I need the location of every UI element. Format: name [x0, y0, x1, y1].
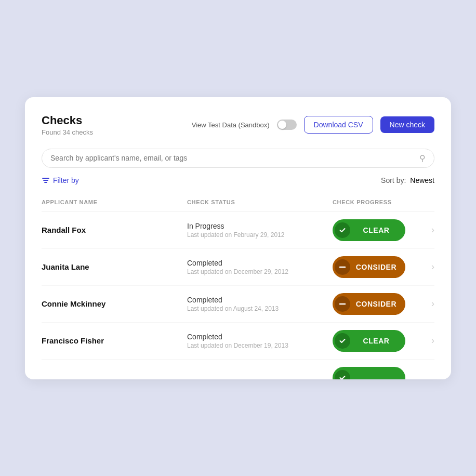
- filter-icon: [42, 176, 50, 184]
- status-text: In Progress: [187, 222, 333, 230]
- header-left: Checks Found 34 checks: [42, 114, 93, 136]
- page-title: Checks: [42, 114, 93, 127]
- table-row-partial: [42, 360, 434, 379]
- badge-label: CONSIDER: [353, 263, 403, 271]
- toolbar: Filter by Sort by: Newest: [42, 176, 434, 184]
- search-bar: ⚲: [42, 149, 434, 168]
- badge-label: CLEAR: [353, 337, 403, 345]
- applicant-name: Connie Mckinney: [42, 299, 187, 308]
- table-row[interactable]: Francisco Fisher Completed Last updated …: [42, 323, 434, 360]
- table-header: APPLICANT NAME CHECK STATUS CHECK PROGRE…: [42, 193, 434, 212]
- applicant-name: Francisco Fisher: [42, 336, 187, 345]
- search-input[interactable]: [50, 154, 415, 162]
- badge-clear: CLEAR: [333, 330, 414, 352]
- table-body: Randall Fox In Progress Last updated on …: [42, 212, 434, 379]
- status-col: In Progress Last updated on February 29,…: [187, 222, 333, 239]
- filter-button[interactable]: Filter by: [42, 176, 79, 184]
- sort-value[interactable]: Newest: [410, 176, 434, 184]
- status-date: Last updated on December 19, 2013: [187, 342, 333, 349]
- col-progress: CHECK PROGRESS: [333, 199, 434, 205]
- header-right: View Test Data (Sandbox) Download CSV Ne…: [192, 116, 434, 134]
- status-text: Completed: [187, 333, 333, 341]
- table-row[interactable]: Juanita Lane Completed Last updated on D…: [42, 249, 434, 286]
- sandbox-label: View Test Data (Sandbox): [192, 121, 270, 129]
- main-card: Checks Found 34 checks View Test Data (S…: [25, 97, 451, 379]
- page-header: Checks Found 34 checks View Test Data (S…: [42, 114, 434, 136]
- badge-consider: CONSIDER: [333, 256, 414, 278]
- applicant-name: Juanita Lane: [42, 262, 187, 271]
- table-row[interactable]: Connie Mckinney Completed Last updated o…: [42, 286, 434, 323]
- consider-icon: [335, 259, 350, 275]
- col-applicant: APPLICANT NAME: [42, 199, 187, 205]
- badge-partial: [333, 367, 414, 379]
- status-date: Last updated on February 29, 2012: [187, 231, 333, 239]
- status-col: Completed Last updated on December 29, 2…: [187, 259, 333, 275]
- row-chevron: ›: [414, 261, 434, 272]
- row-chevron: ›: [414, 298, 434, 309]
- search-icon: ⚲: [419, 153, 426, 163]
- badge-label: CONSIDER: [353, 300, 403, 308]
- status-col: Completed Last updated on December 19, 2…: [187, 333, 333, 349]
- partial-clear-icon: [335, 370, 350, 379]
- badge-clear: CLEAR: [333, 219, 414, 241]
- status-date: Last updated on August 24, 2013: [187, 305, 333, 312]
- status-text: Completed: [187, 296, 333, 304]
- table-row[interactable]: Randall Fox In Progress Last updated on …: [42, 212, 434, 249]
- col-status: CHECK STATUS: [187, 199, 333, 205]
- status-col: Completed Last updated on August 24, 201…: [187, 296, 333, 312]
- filter-label: Filter by: [53, 176, 79, 184]
- sort-label: Sort by:: [381, 176, 406, 184]
- badge-consider: CONSIDER: [333, 293, 414, 315]
- applicant-name: Randall Fox: [42, 226, 187, 234]
- row-chevron: ›: [414, 335, 434, 346]
- badge-label: CLEAR: [353, 226, 403, 234]
- download-csv-button[interactable]: Download CSV: [304, 116, 373, 134]
- row-chevron: ›: [414, 224, 434, 235]
- consider-icon: [335, 296, 350, 312]
- status-date: Last updated on December 29, 2012: [187, 268, 333, 275]
- sandbox-toggle[interactable]: [277, 120, 297, 130]
- status-text: Completed: [187, 259, 333, 267]
- new-check-button[interactable]: New check: [380, 116, 434, 133]
- clear-icon: [335, 333, 350, 349]
- clear-icon: [335, 222, 350, 238]
- checks-count: Found 34 checks: [42, 128, 93, 136]
- sort-area: Sort by: Newest: [381, 176, 434, 184]
